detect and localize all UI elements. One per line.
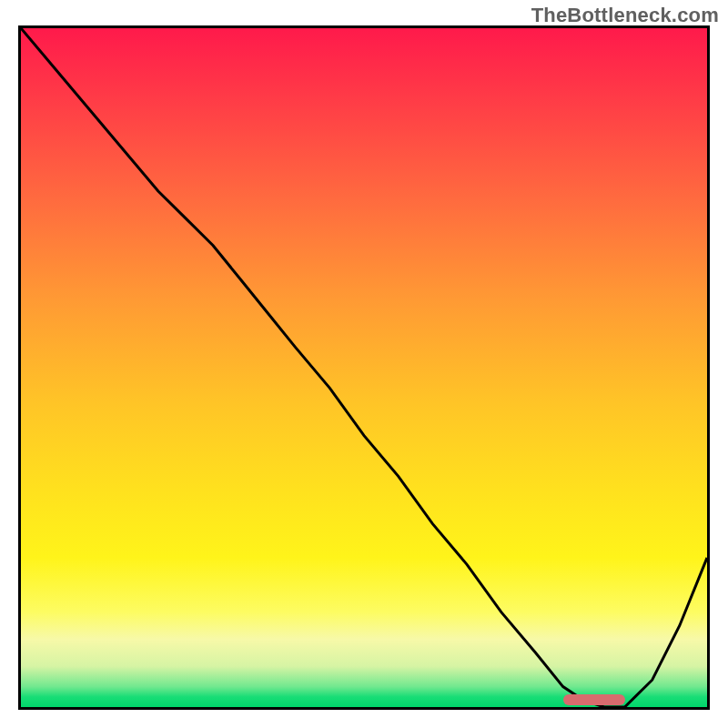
watermark-text: TheBottleneck.com — [531, 4, 719, 27]
bottleneck-curve — [21, 28, 707, 707]
curve-path — [21, 28, 707, 707]
optimal-range-marker — [563, 694, 625, 705]
plot-frame — [18, 25, 710, 710]
chart-root: TheBottleneck.com — [0, 0, 728, 728]
plot-inner — [21, 28, 707, 707]
